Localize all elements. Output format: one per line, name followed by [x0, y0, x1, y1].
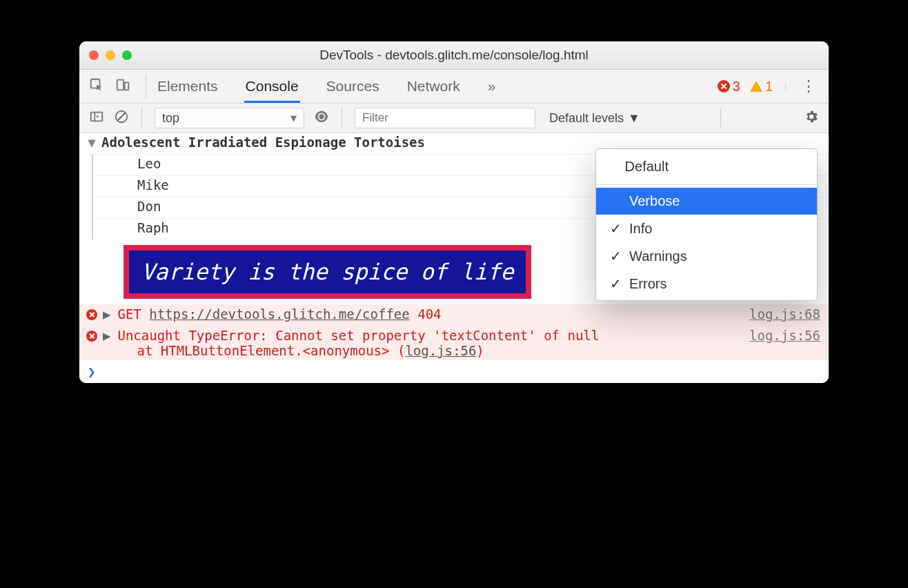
chevron-down-icon: ▾ [290, 110, 297, 126]
group-title: Adolescent Irradiated Espionage Tortoise… [99, 135, 820, 150]
tab-console[interactable]: Console [244, 71, 300, 101]
window-title: DevTools - devtools.glitch.me/console/lo… [79, 48, 829, 63]
stack-frame-link[interactable]: log.js:56 [405, 343, 476, 358]
console-error-row: ▶ Uncaught TypeError: Cannot set propert… [79, 326, 829, 360]
window-minimize-button[interactable] [106, 50, 115, 60]
dropdown-item-errors[interactable]: ✓ Errors [596, 270, 817, 297]
svg-point-5 [319, 114, 324, 119]
filter-input[interactable] [355, 108, 535, 128]
dropdown-item-warnings[interactable]: ✓ Warnings [596, 242, 817, 270]
dropdown-separator [596, 184, 817, 185]
context-selector[interactable]: top ▾ [155, 108, 304, 128]
request-url[interactable]: https://devtools.glitch.me/coffee [149, 306, 410, 322]
warning-count-badge[interactable]: 1 [750, 79, 773, 95]
styled-log-text: Variety is the spice of life [124, 245, 531, 299]
error-count-badge[interactable]: 3 [718, 79, 740, 95]
check-icon: ✓ [610, 275, 621, 292]
warning-count: 1 [765, 79, 773, 95]
log-levels-dropdown: Default Verbose ✓ Info ✓ Warnings ✓ Erro… [595, 148, 818, 301]
sidebar-toggle-icon[interactable] [89, 109, 104, 128]
titlebar: DevTools - devtools.glitch.me/console/lo… [79, 41, 829, 70]
dropdown-item-default[interactable]: Default [596, 152, 817, 182]
console-settings-icon[interactable] [804, 109, 819, 128]
chevron-down-icon: ▼ [628, 111, 640, 126]
check-icon: ✓ [610, 220, 621, 237]
tab-overflow[interactable]: » [486, 71, 497, 101]
svg-rect-1 [117, 79, 124, 90]
live-expression-icon[interactable] [314, 109, 329, 128]
clear-console-icon[interactable] [114, 109, 129, 128]
tab-sources[interactable]: Sources [325, 71, 381, 101]
check-icon: ✓ [610, 248, 621, 264]
inspect-icon[interactable] [89, 77, 104, 96]
console-toolbar: top ▾ Default levels ▼ [79, 104, 829, 133]
log-levels-label: Default levels [549, 111, 624, 126]
device-toggle-icon[interactable] [115, 77, 130, 96]
http-status: 404 [417, 306, 441, 322]
tab-network[interactable]: Network [406, 71, 462, 101]
error-message: Uncaught TypeError: Cannot set property … [117, 328, 599, 343]
disclosure-triangle-icon[interactable]: ▶ [103, 306, 110, 322]
tab-elements[interactable]: Elements [156, 71, 219, 101]
svg-rect-2 [125, 82, 129, 90]
http-method: GET [117, 306, 141, 322]
disclosure-triangle-icon[interactable]: ▼ [85, 135, 99, 150]
error-icon [718, 80, 730, 92]
disclosure-triangle-icon[interactable]: ▶ [103, 328, 110, 343]
devtools-tabstrip: Elements Console Sources Network » 3 1 ⋮ [79, 70, 829, 104]
source-link[interactable]: log.js:56 [749, 328, 820, 343]
source-link[interactable]: log.js:68 [749, 306, 820, 322]
panel-tabs: Elements Console Sources Network » [156, 71, 497, 101]
devtools-window: DevTools - devtools.glitch.me/console/lo… [79, 41, 829, 383]
error-icon [86, 331, 97, 342]
stack-frame-prefix: at HTMLButtonElement.<anonymous> ( [137, 343, 405, 358]
dropdown-item-verbose[interactable]: Verbose [596, 188, 817, 215]
context-value: top [162, 111, 179, 126]
stack-frame-suffix: ) [476, 343, 484, 358]
error-icon [86, 309, 97, 320]
log-levels-selector[interactable]: Default levels ▼ [549, 111, 640, 126]
console-error-row: ▶ GET https://devtools.glitch.me/coffee … [79, 304, 829, 326]
console-prompt[interactable]: ❯ [79, 360, 829, 383]
dropdown-item-info[interactable]: ✓ Info [596, 215, 817, 242]
error-count: 3 [733, 79, 740, 95]
window-close-button[interactable] [89, 50, 99, 60]
window-controls [89, 50, 132, 60]
window-maximize-button[interactable] [122, 50, 132, 60]
warning-icon [750, 81, 762, 92]
